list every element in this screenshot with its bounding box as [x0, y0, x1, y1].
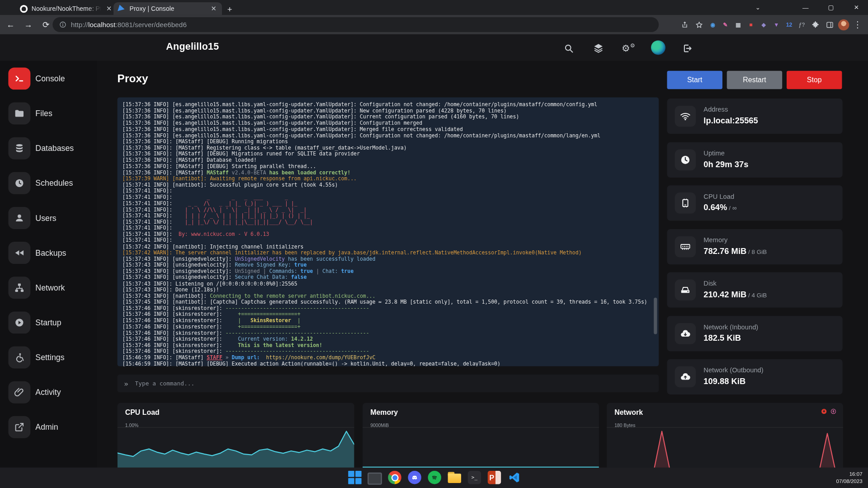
console-scrollbar-thumb[interactable]	[654, 298, 657, 334]
console-line: [15:37:41 INFO]: By: www.nickuc.com - V …	[123, 231, 651, 237]
tab-search-chevron-icon[interactable]: ⌄	[746, 0, 769, 15]
command-input[interactable]	[134, 380, 652, 387]
console-line: [15:37:46 INFO] [skinsrestorer]: Current…	[123, 336, 651, 342]
gears-settings-icon[interactable]: ⚙⚙	[622, 42, 634, 54]
console-output[interactable]: [15:37:36 INFO] [es.angelillo15.mast.lib…	[118, 98, 659, 366]
browser-menu-icon[interactable]: ⋮	[851, 19, 863, 31]
script-extension-icon[interactable]: ƒ?	[797, 19, 807, 30]
address-bar[interactable]: http://localhost:8081/server/dee6bed6	[52, 17, 659, 32]
stat-card-address: Addresslp.local:25565	[667, 99, 843, 134]
tab-title: Proxy | Console	[130, 5, 206, 12]
restart-button[interactable]: Restart	[727, 71, 782, 89]
console-line: [15:37:43 INFO] [unsignedvelocity]: Secu…	[123, 274, 651, 281]
discord-icon[interactable]	[407, 470, 422, 485]
powerpoint-icon[interactable]: P	[487, 470, 502, 485]
site-info-icon[interactable]	[59, 21, 66, 28]
stat-label: Address	[703, 106, 728, 113]
layers-icon[interactable]	[592, 42, 604, 54]
shield-extension-icon[interactable]: ◆	[759, 19, 769, 30]
taskbar-clock[interactable]: 16:07 07/08/2023	[836, 470, 863, 485]
side-panel-icon[interactable]	[824, 19, 836, 31]
sidebar-item-network[interactable]: Network	[0, 270, 97, 305]
new-tab-button[interactable]: +	[224, 3, 236, 15]
terminal-icon	[8, 67, 30, 89]
console-line: [15:37:43 INFO] [unsignedvelocity]: Remo…	[123, 262, 651, 268]
console-line: [15:37:41 INFO]:	[123, 188, 651, 194]
console-line: [15:37:46 INFO] [skinsrestorer]: -------…	[123, 348, 651, 355]
sidebar-item-settings[interactable]: Settings	[0, 340, 97, 375]
wifi-icon	[675, 106, 696, 127]
sidebar-item-users[interactable]: Users	[0, 200, 97, 235]
cloud-up-icon	[675, 366, 696, 388]
window-minimize-button[interactable]: —	[794, 0, 817, 15]
stat-card-disk: Disk210.42 MiB / 4 GiB	[667, 272, 843, 307]
console-line: [15:37:43 INFO] [unsignedvelocity]: UnSi…	[123, 256, 651, 262]
console-line: [15:37:36 INFO]: [MAStaff] Registering c…	[123, 145, 651, 151]
forward-button[interactable]: →	[21, 18, 36, 32]
vpn-extension-icon[interactable]: ◉	[708, 19, 718, 30]
sidebar-item-label: Network	[35, 283, 65, 292]
search-icon[interactable]	[562, 42, 575, 54]
console-line: [15:37:46 INFO] [skinsrestorer]: -------…	[123, 330, 651, 336]
stat-label: Memory	[703, 236, 727, 244]
browser-profile-avatar[interactable]	[838, 19, 849, 30]
pencil-extension-icon[interactable]: ✎	[720, 19, 731, 30]
bookmark-star-icon[interactable]	[693, 19, 705, 31]
outbound-pin-icon	[830, 408, 836, 414]
window-restore-button[interactable]: ▢	[819, 0, 842, 15]
sidebar-item-files[interactable]: Files	[0, 96, 97, 131]
adblock-extension-icon[interactable]: ■	[745, 19, 756, 30]
spotify-icon[interactable]	[427, 470, 442, 485]
external-link-icon	[8, 416, 30, 438]
console-line: [15:37:46 INFO] [skinsrestorer]: | Skins…	[123, 317, 651, 324]
task-view-icon[interactable]	[368, 470, 382, 485]
sidebar-item-console[interactable]: Console	[0, 61, 97, 96]
stat-suffix: / ∞	[727, 205, 736, 211]
start-button[interactable]: Start	[667, 71, 722, 89]
counter-extension-icon[interactable]: 12	[784, 19, 794, 30]
logout-icon[interactable]	[681, 42, 693, 54]
sidebar-item-label: Admin	[35, 422, 58, 432]
window-close-button[interactable]: ✕	[845, 0, 868, 15]
sidebar-item-label: Console	[35, 74, 65, 83]
sidebar-item-label: Settings	[35, 353, 64, 362]
terminal-icon[interactable]: >_	[467, 470, 481, 485]
sidebar-item-startup[interactable]: Startup	[0, 305, 97, 340]
reload-button[interactable]: ⟳	[39, 18, 53, 32]
filter-extension-icon[interactable]: ▼	[771, 19, 782, 30]
back-button[interactable]: ←	[3, 18, 18, 32]
console-line: [15:37:41 INFO]: _ _ /\ _ _| |_ (_)| _ )…	[123, 200, 651, 206]
share-icon[interactable]	[679, 19, 691, 31]
sidebar-item-databases[interactable]: Databases	[0, 131, 97, 165]
stat-value: 0.64% / ∞	[703, 202, 736, 212]
console-line: [15:37:36 INFO]: [MAStaff] Database load…	[123, 157, 651, 163]
sidebar-item-backups[interactable]: Backups	[0, 235, 97, 270]
browser-tab-github[interactable]: Nookure/NookTheme: Pterodacty ✕	[15, 2, 117, 15]
stat-label: Uptime	[703, 149, 725, 157]
console-line: [15:37:36 INFO]: [MAStaff] [DEBUG] Migra…	[123, 150, 651, 157]
browser-tab-console[interactable]: Proxy | Console ✕	[113, 2, 222, 15]
sidebar-item-admin[interactable]: Admin	[0, 409, 97, 444]
command-bar: »	[118, 375, 659, 392]
stop-button[interactable]: Stop	[787, 71, 842, 89]
console-line: [15:37:41 INFO]: | ' \ //\\ | ' \| _| ||…	[123, 206, 651, 212]
sidebar-item-schedules[interactable]: Schedules	[0, 165, 97, 200]
console-line: [15:37:43 INFO] [nantibot]: Connecting t…	[123, 293, 651, 299]
stat-card-uptime: Uptime0h 29m 37s	[667, 142, 843, 177]
windows-start-icon[interactable]	[348, 470, 362, 485]
extensions-puzzle-icon[interactable]	[809, 19, 821, 31]
user-avatar-globe[interactable]	[651, 40, 665, 55]
tab-close-icon[interactable]: ✕	[105, 5, 113, 12]
console-line: [15:37:36 INFO] [es.angelillo15.mast.lib…	[123, 101, 651, 108]
chrome-icon[interactable]	[387, 470, 402, 485]
stat-value: 782.76 MiB / 8 GiB	[703, 246, 767, 255]
tab-close-icon[interactable]: ✕	[210, 5, 217, 12]
file-explorer-icon[interactable]	[447, 470, 462, 485]
nook-favicon-icon	[118, 5, 126, 12]
console-line: [15:46:59 INFO]: [MAStaff] STAFF » Dump …	[123, 354, 651, 361]
windows-taskbar: >_P 16:07 07/08/2023	[0, 468, 868, 488]
grid-extension-icon[interactable]: ▦	[733, 19, 743, 30]
sidebar-item-activity[interactable]: Activity	[0, 375, 97, 409]
clock-filled-icon	[675, 149, 696, 170]
vscode-icon[interactable]	[507, 470, 522, 485]
